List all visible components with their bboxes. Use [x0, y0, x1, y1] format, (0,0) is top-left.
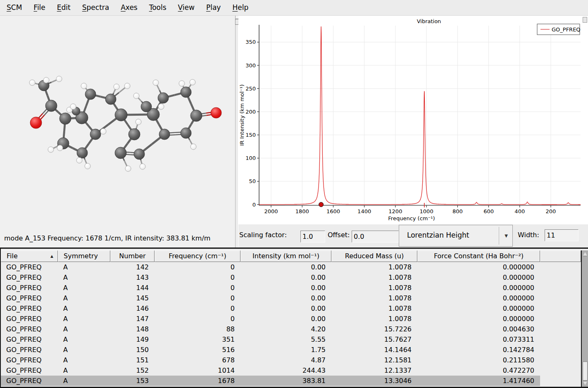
cell-force[interactable]: 0.211580 [417, 355, 540, 365]
cell-number[interactable]: 148 [110, 324, 155, 334]
cell-file[interactable]: GO_PFREQ [1, 345, 58, 355]
atom-C[interactable] [77, 148, 88, 158]
cell-intensity[interactable]: 383.81 [240, 376, 331, 386]
atom-C[interactable] [85, 89, 96, 100]
cell-intensity[interactable]: 0.00 [240, 314, 331, 324]
cell-intensity[interactable]: 4.20 [240, 324, 331, 334]
cell-force[interactable]: 0.000000 [417, 283, 540, 293]
cell-file[interactable]: GO_PFREQ [1, 303, 58, 314]
cell-force[interactable]: 0.004630 [417, 324, 540, 334]
table-row[interactable]: GO_PFREQA1493515.5515.76270.073311 [1, 334, 540, 345]
cell-intensity[interactable]: 5.55 [240, 334, 331, 345]
cell-file[interactable]: GO_PFREQ [1, 262, 58, 272]
atom-C[interactable] [159, 129, 170, 140]
cell-intensity[interactable]: 0.00 [240, 293, 331, 303]
cell-symmetry[interactable]: A [58, 324, 110, 334]
cell-symmetry[interactable]: A [58, 345, 110, 355]
cell-number[interactable]: 151 [110, 355, 155, 365]
scroll-down-icon[interactable] [582, 380, 588, 386]
atom-H[interactable] [85, 163, 90, 169]
atom-H[interactable] [70, 104, 76, 109]
atom-H[interactable] [140, 164, 145, 169]
panel-grip-icon[interactable] [583, 17, 587, 23]
atom-C[interactable] [129, 129, 140, 140]
menu-item-scm[interactable]: SCM [1, 2, 28, 13]
atom-H[interactable] [81, 83, 87, 89]
cell-reduced[interactable]: 1.0078 [331, 262, 417, 272]
atom-H[interactable] [48, 147, 54, 152]
cell-number[interactable]: 149 [110, 334, 155, 345]
cell-intensity[interactable]: 0.00 [240, 272, 331, 283]
cell-symmetry[interactable]: A [58, 334, 110, 345]
atom-H[interactable] [158, 104, 164, 109]
atom-H[interactable] [114, 84, 119, 90]
table-row[interactable]: GO_PFREQA1505161.7514.14640.142784 [1, 345, 540, 355]
atom-C[interactable] [45, 100, 57, 112]
column-header-frequency[interactable]: Frequency (cm⁻¹) [155, 250, 240, 262]
scaling-factor-input[interactable] [300, 231, 325, 243]
vibration-chart[interactable]: 2000180016001400120010008006004002000501… [238, 17, 588, 224]
atom-H[interactable] [29, 80, 35, 86]
atom-O[interactable] [30, 117, 42, 129]
column-header-reduced[interactable]: Reduced Mass (u) [331, 250, 417, 262]
cell-number[interactable]: 152 [110, 365, 155, 376]
cell-reduced[interactable]: 15.7226 [331, 324, 417, 334]
cell-frequency[interactable]: 678 [155, 355, 240, 365]
cell-file[interactable]: GO_PFREQ [1, 324, 58, 334]
offset-input[interactable] [352, 231, 399, 243]
cell-number[interactable]: 143 [110, 272, 155, 283]
menu-item-play[interactable]: Play [200, 2, 226, 13]
cell-frequency[interactable]: 516 [155, 345, 240, 355]
menu-item-view[interactable]: View [172, 2, 200, 13]
atom-H[interactable] [190, 144, 196, 150]
scroll-up-icon[interactable] [582, 251, 588, 257]
cell-frequency[interactable]: 1678 [155, 376, 240, 386]
cell-force[interactable]: 0.000000 [417, 303, 540, 314]
cell-frequency[interactable]: 0 [155, 262, 240, 272]
table-row[interactable]: GO_PFREQA14600.001.00780.000000 [1, 303, 540, 314]
cell-intensity[interactable]: 0.00 [240, 283, 331, 293]
chevron-down-icon[interactable]: ▼ [505, 233, 508, 238]
cell-frequency[interactable]: 88 [155, 324, 240, 334]
table-scrollbar[interactable] [581, 250, 588, 387]
menu-item-tools[interactable]: Tools [143, 2, 172, 13]
cell-frequency[interactable]: 0 [155, 293, 240, 303]
menu-item-spectra[interactable]: Spectra [76, 2, 115, 13]
table-row[interactable]: GO_PFREQA14400.001.00780.000000 [1, 283, 540, 293]
atom-H[interactable] [56, 76, 62, 82]
cell-symmetry[interactable]: A [58, 262, 110, 272]
cell-frequency[interactable]: 1014 [155, 365, 240, 376]
table-row[interactable]: GO_PFREQA14700.001.00780.000000 [1, 314, 540, 324]
atom-H[interactable] [153, 80, 159, 86]
cell-frequency[interactable]: 0 [155, 283, 240, 293]
cell-reduced[interactable]: 14.1464 [331, 345, 417, 355]
cell-file[interactable]: GO_PFREQ [1, 365, 58, 376]
table-row[interactable]: GO_PFREQA148884.2015.72260.004630 [1, 324, 540, 334]
atom-H[interactable] [125, 166, 131, 171]
atom-H[interactable] [136, 119, 141, 125]
cell-force[interactable]: 0.472270 [417, 365, 540, 376]
table-row[interactable]: GO_PFREQA1516784.8712.15810.211580 [1, 355, 540, 365]
cell-reduced[interactable]: 1.0078 [331, 283, 417, 293]
table-row[interactable]: GO_PFREQA1521014244.4312.13370.472270 [1, 365, 540, 376]
cell-file[interactable]: GO_PFREQ [1, 272, 58, 283]
cell-intensity[interactable]: 4.87 [240, 355, 331, 365]
selected-mode-marker[interactable] [319, 202, 324, 207]
atom-O[interactable] [211, 107, 221, 118]
atom-C[interactable] [115, 147, 126, 159]
spectrum-curve[interactable] [259, 26, 581, 205]
cell-symmetry[interactable]: A [58, 365, 110, 376]
cell-intensity[interactable]: 0.00 [240, 262, 331, 272]
atom-H[interactable] [57, 145, 63, 151]
cell-symmetry[interactable]: A [58, 303, 110, 314]
column-header-intensity[interactable]: Intensity (km mol⁻¹) [240, 250, 331, 262]
cell-file[interactable]: GO_PFREQ [1, 293, 58, 303]
cell-file[interactable]: GO_PFREQ [1, 283, 58, 293]
column-header-number[interactable]: Number [110, 250, 155, 262]
cell-reduced[interactable]: 12.1337 [331, 365, 417, 376]
table-row[interactable]: GO_PFREQA1531678383.8113.30461.417460 [1, 376, 540, 386]
cell-file[interactable]: GO_PFREQ [1, 314, 58, 324]
cell-intensity[interactable]: 244.43 [240, 365, 331, 376]
cell-number[interactable]: 145 [110, 293, 155, 303]
column-header-symmetry[interactable]: Symmetry [58, 250, 110, 262]
